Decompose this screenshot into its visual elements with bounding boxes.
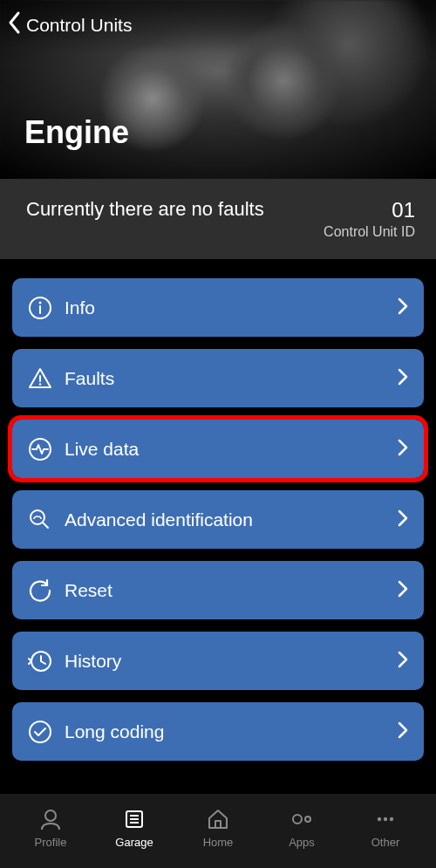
control-unit-id: 01 [324, 198, 415, 222]
profile-icon [38, 808, 63, 830]
info-icon [28, 296, 52, 320]
svg-point-19 [384, 817, 387, 821]
tab-profile[interactable]: Profile [9, 808, 92, 849]
menu-item-label: Live data [65, 439, 385, 460]
tab-label: Apps [289, 836, 315, 849]
svg-point-9 [30, 721, 51, 742]
chevron-right-icon [398, 439, 408, 460]
chevron-left-icon [7, 10, 23, 39]
svg-point-18 [378, 817, 381, 821]
menu-item-label: Faults [65, 368, 385, 389]
menu-item-info[interactable]: Info [12, 278, 424, 337]
menu-item-label: Reset [65, 580, 385, 601]
menu-item-live-data[interactable]: Live data [12, 420, 424, 478]
menu-item-label: Advanced identification [65, 509, 385, 530]
svg-point-4 [39, 383, 41, 385]
back-button[interactable]: Control Units [7, 10, 132, 39]
menu-item-advanced-identification[interactable]: Advanced identification [12, 490, 424, 549]
other-icon [373, 808, 398, 830]
check-circle-icon [28, 720, 52, 744]
tab-bar: ProfileGarageHomeAppsOther [0, 794, 436, 868]
menu-list: InfoFaultsLive dataAdvanced identificati… [0, 259, 436, 761]
svg-point-16 [293, 815, 302, 824]
tab-other[interactable]: Other [344, 808, 427, 849]
back-label: Control Units [26, 15, 132, 36]
chevron-right-icon [398, 297, 408, 318]
search-car-icon [28, 508, 52, 532]
menu-item-reset[interactable]: Reset [12, 561, 424, 619]
home-icon [206, 808, 230, 830]
chevron-right-icon [398, 721, 408, 742]
menu-item-history[interactable]: History [12, 632, 424, 690]
chevron-right-icon [398, 509, 408, 530]
svg-line-7 [43, 523, 48, 528]
chevron-right-icon [398, 580, 408, 601]
fault-status-text: Currently there are no faults [26, 198, 264, 221]
tab-garage[interactable]: Garage [92, 808, 176, 849]
reset-icon [28, 578, 52, 603]
svg-point-2 [39, 301, 42, 304]
menu-item-long-coding[interactable]: Long coding [12, 702, 424, 761]
chevron-right-icon [398, 651, 408, 672]
apps-icon [290, 808, 314, 830]
svg-point-20 [390, 817, 393, 821]
warning-icon [28, 366, 52, 391]
garage-icon [122, 808, 146, 830]
tab-label: Other [371, 836, 400, 849]
hero-banner: Control Units Engine [0, 0, 436, 179]
svg-point-10 [45, 810, 56, 821]
svg-point-17 [305, 817, 310, 822]
menu-item-label: Info [65, 297, 385, 318]
status-bar: Currently there are no faults 01 Control… [0, 179, 436, 259]
svg-rect-15 [215, 821, 221, 828]
menu-item-label: Long coding [65, 721, 385, 742]
menu-item-label: History [65, 651, 385, 672]
control-unit-id-label: Control Unit ID [324, 224, 415, 240]
tab-label: Garage [115, 836, 153, 849]
tab-label: Profile [35, 836, 67, 849]
history-icon [28, 649, 52, 673]
pulse-icon [28, 437, 52, 461]
tab-label: Home [203, 836, 234, 849]
page-title: Engine [24, 114, 129, 151]
tab-home[interactable]: Home [176, 808, 260, 849]
tab-apps[interactable]: Apps [260, 808, 344, 849]
chevron-right-icon [398, 368, 408, 389]
menu-item-faults[interactable]: Faults [12, 349, 424, 407]
